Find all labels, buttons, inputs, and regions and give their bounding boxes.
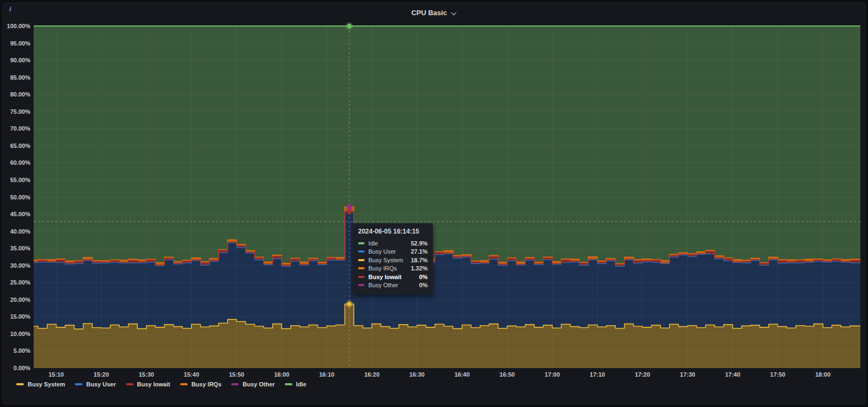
legend: Busy SystemBusy UserBusy IowaitBusy IRQs… [16, 381, 316, 387]
x-axis-tick-label: 16:30 [401, 371, 433, 378]
y-axis-tick-label: 0.00% [0, 364, 30, 372]
y-axis-tick-label: 25.00% [0, 279, 30, 286]
x-axis-tick-label: 18:00 [807, 371, 839, 378]
tooltip-series-label: Busy IRQs [368, 265, 397, 272]
tooltip-series-swatch [358, 242, 365, 244]
y-axis-tick-label: 35.00% [0, 244, 30, 252]
tooltip-timestamp: 2024-06-05 16:14:15 [358, 228, 427, 235]
legend-item-label: Busy Other [242, 381, 275, 387]
legend-swatch [75, 383, 82, 385]
y-axis-tick-label: 60.00% [0, 159, 30, 166]
grafana-panel-screenshot: i CPU Basic 0.00%5.00%10.00%15.00%20.00%… [0, 0, 868, 407]
y-axis-tick-label: 45.00% [0, 210, 30, 218]
legend-item-label: Busy User [86, 381, 116, 387]
tooltip-series-value: 27.1% [411, 248, 427, 255]
legend-swatch [231, 383, 239, 385]
legend-item-busy_user[interactable]: Busy User [75, 381, 116, 387]
tooltip-row-busy_user: Busy User27.1% [358, 248, 427, 256]
tooltip-series-swatch [358, 284, 365, 286]
y-axis-tick-label: 5.00% [0, 347, 30, 354]
x-axis-tick-label: 15:40 [175, 371, 208, 378]
tooltip-rows: Idle52.9%Busy User27.1%Busy System18.7%B… [358, 239, 427, 289]
tooltip-row-busy_iowait: Busy Iowait0% [358, 273, 427, 281]
legend-item-label: Busy Iowait [137, 381, 170, 387]
x-axis-tick-label: 17:10 [581, 371, 614, 378]
x-axis-tick-label: 16:50 [491, 371, 524, 378]
x-axis-tick-label: 15:20 [85, 371, 118, 378]
legend-item-busy_iowait[interactable]: Busy Iowait [126, 381, 170, 387]
x-axis-tick-label: 16:40 [446, 371, 478, 378]
chart-canvas[interactable] [0, 0, 868, 407]
x-axis-tick-label: 16:00 [265, 371, 298, 378]
legend-item-label: Busy System [28, 381, 65, 387]
x-axis-tick-label: 17:50 [762, 371, 794, 378]
x-axis-tick-label: 15:50 [220, 371, 253, 378]
x-axis-tick-label: 15:10 [40, 371, 73, 378]
x-axis-tick-label: 15:30 [130, 371, 163, 378]
y-axis-tick-label: 30.00% [0, 262, 30, 269]
tooltip-series-label: Busy Iowait [368, 274, 401, 280]
x-axis-tick-label: 16:20 [355, 371, 388, 378]
tooltip-series-value: 1.32% [411, 265, 427, 272]
tooltip-series-value: 0% [419, 274, 427, 280]
x-axis-tick-label: 17:00 [536, 371, 569, 378]
legend-swatch [285, 383, 292, 385]
y-axis-tick-label: 65.00% [0, 142, 30, 150]
y-axis-tick-label: 90.00% [0, 56, 30, 64]
tooltip: 2024-06-05 16:14:15 Idle52.9%Busy User27… [353, 223, 433, 294]
tooltip-row-idle: Idle52.9% [358, 239, 427, 248]
tooltip-series-label: Idle [368, 240, 378, 247]
tooltip-series-label: Busy System [368, 257, 403, 263]
legend-item-label: Idle [296, 381, 307, 387]
legend-item-busy_irqs[interactable]: Busy IRQs [180, 381, 222, 387]
legend-swatch [126, 383, 133, 385]
legend-item-busy_system[interactable]: Busy System [16, 381, 65, 387]
y-axis-tick-label: 15.00% [0, 313, 30, 320]
y-axis-tick-label: 55.00% [0, 176, 30, 184]
area-idle [34, 26, 860, 264]
y-axis-tick-label: 70.00% [0, 125, 30, 132]
legend-item-idle[interactable]: Idle [285, 381, 307, 387]
tooltip-series-value: 18.7% [411, 257, 427, 263]
tooltip-series-swatch [358, 259, 365, 261]
y-axis-tick-label: 100.00% [0, 22, 30, 30]
x-axis-tick-label: 17:30 [671, 371, 704, 378]
tooltip-series-value: 0% [419, 282, 427, 288]
tooltip-series-swatch [358, 276, 365, 278]
y-axis-tick-label: 85.00% [0, 74, 30, 81]
tooltip-row-busy_system: Busy System18.7% [358, 256, 427, 264]
y-axis-tick-label: 20.00% [0, 296, 30, 303]
y-axis-tick-label: 80.00% [0, 91, 30, 98]
y-axis-tick-label: 10.00% [0, 330, 30, 338]
tooltip-series-value: 52.9% [411, 240, 427, 247]
tooltip-series-swatch [358, 267, 365, 269]
legend-item-busy_other[interactable]: Busy Other [231, 381, 275, 387]
y-axis-tick-label: 50.00% [0, 193, 30, 201]
tooltip-series-label: Busy Other [368, 282, 398, 288]
legend-swatch [180, 383, 188, 385]
tooltip-series-swatch [358, 250, 365, 253]
tooltip-row-busy_other: Busy Other0% [358, 281, 427, 290]
x-axis-tick-label: 16:10 [310, 371, 343, 378]
legend-swatch [16, 383, 24, 385]
legend-item-label: Busy IRQs [192, 381, 222, 387]
tooltip-row-busy_irqs: Busy IRQs1.32% [358, 264, 427, 273]
y-axis-tick-label: 75.00% [0, 108, 30, 115]
x-axis-tick-label: 17:40 [716, 371, 749, 378]
y-axis-tick-label: 95.00% [0, 40, 30, 47]
x-axis-tick-label: 17:20 [626, 371, 659, 378]
y-axis-tick-label: 40.00% [0, 228, 30, 235]
tooltip-series-label: Busy User [368, 248, 396, 255]
